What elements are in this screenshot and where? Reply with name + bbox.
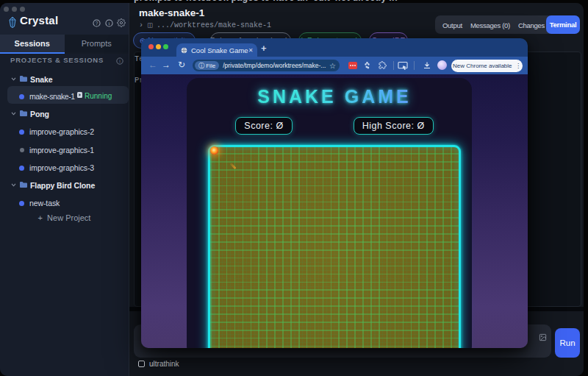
svg-text:i: i [109, 21, 110, 26]
svg-text:?: ? [96, 21, 98, 26]
svg-text:i: i [119, 59, 121, 63]
